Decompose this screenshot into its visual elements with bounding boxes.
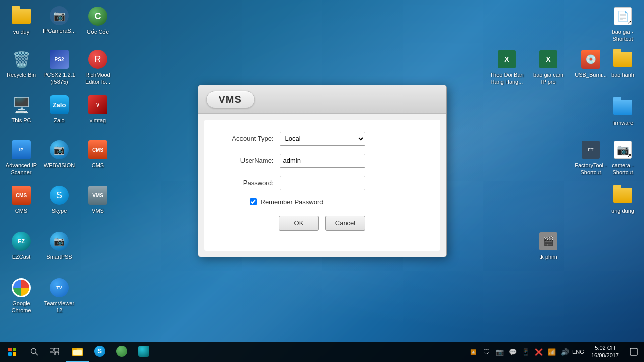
svg-rect-8: [73, 350, 82, 355]
svg-point-0: [31, 349, 36, 354]
systray-chevron[interactable]: 🔼: [467, 342, 479, 362]
svg-rect-5: [55, 352, 59, 355]
svg-rect-3: [54, 348, 59, 351]
systray-phone[interactable]: 📱: [520, 342, 532, 362]
systray-camera[interactable]: 📷: [494, 342, 506, 362]
password-label: Password:: [219, 179, 280, 187]
ok-button[interactable]: OK: [279, 216, 319, 231]
password-input[interactable]: [280, 176, 365, 190]
account-type-label: Account Type:: [219, 135, 280, 142]
app3-icon: [116, 346, 127, 357]
taskbar-app-skype[interactable]: S: [89, 342, 111, 362]
systray-x[interactable]: ❌: [533, 342, 545, 362]
clock-time: 5:02 CH: [595, 344, 615, 352]
account-type-row: Account Type: Local Domain: [219, 132, 425, 146]
username-label: UserName:: [219, 157, 280, 164]
svg-rect-2: [50, 348, 53, 351]
username-row: UserName:: [219, 154, 425, 168]
vms-dialog: VMS Account Type: Local Domain UserName:: [198, 85, 447, 257]
taskbar-app-4[interactable]: [133, 342, 155, 362]
start-button[interactable]: [0, 342, 24, 362]
dialog-buttons: OK Cancel: [219, 216, 425, 239]
taskbar: S 🔼 🛡 📷 💬 📱 ❌ 📶: [0, 342, 644, 362]
task-view-icon: [50, 348, 59, 355]
systray-volume[interactable]: 🔊: [559, 342, 571, 362]
notification-icon: [630, 348, 638, 356]
remember-password-row: Remember Password: [219, 198, 425, 206]
taskbar-app-3[interactable]: [111, 342, 133, 362]
svg-line-1: [36, 353, 38, 356]
taskbar-apps: S: [64, 342, 465, 362]
username-input[interactable]: [280, 154, 365, 168]
app4-icon: [138, 346, 149, 357]
dialog-title: VMS: [206, 90, 255, 108]
task-view-button[interactable]: [44, 342, 64, 362]
systray-network[interactable]: 📶: [546, 342, 558, 362]
windows-logo-icon: [8, 348, 16, 356]
dialog-overlay: VMS Account Type: Local Domain UserName:: [0, 0, 644, 342]
svg-rect-7: [72, 348, 77, 350]
systray-shield[interactable]: 🛡: [480, 342, 493, 362]
notification-center-button[interactable]: [626, 342, 642, 362]
file-explorer-icon: [72, 346, 83, 357]
taskbar-app-file-explorer[interactable]: [66, 342, 89, 362]
desktop: vu duy 📷 IPCameraS... C Cốc Cốc 🗑️ Rec: [0, 0, 644, 362]
taskbar-systray: 🔼 🛡 📷 💬 📱 ❌ 📶 🔊 ENG 5:02 CH 16/08/2017: [465, 342, 644, 362]
systray-lang[interactable]: ENG: [572, 342, 584, 362]
svg-rect-4: [50, 352, 54, 355]
dialog-body: Account Type: Local Domain UserName: Pas…: [204, 120, 440, 251]
remember-checkbox[interactable]: [250, 198, 257, 205]
taskbar-search-button[interactable]: [24, 342, 44, 362]
svg-rect-9: [630, 348, 637, 355]
skype-taskbar-icon: S: [94, 346, 105, 357]
account-type-select[interactable]: Local Domain: [280, 132, 365, 146]
remember-label: Remember Password: [261, 198, 324, 206]
cancel-button[interactable]: Cancel: [325, 216, 365, 231]
taskbar-clock[interactable]: 5:02 CH 16/08/2017: [585, 344, 625, 360]
clock-date: 16/08/2017: [591, 352, 619, 359]
search-icon: [30, 348, 38, 356]
password-row: Password:: [219, 176, 425, 190]
dialog-titlebar: VMS: [198, 85, 446, 114]
systray-chat[interactable]: 💬: [507, 342, 519, 362]
